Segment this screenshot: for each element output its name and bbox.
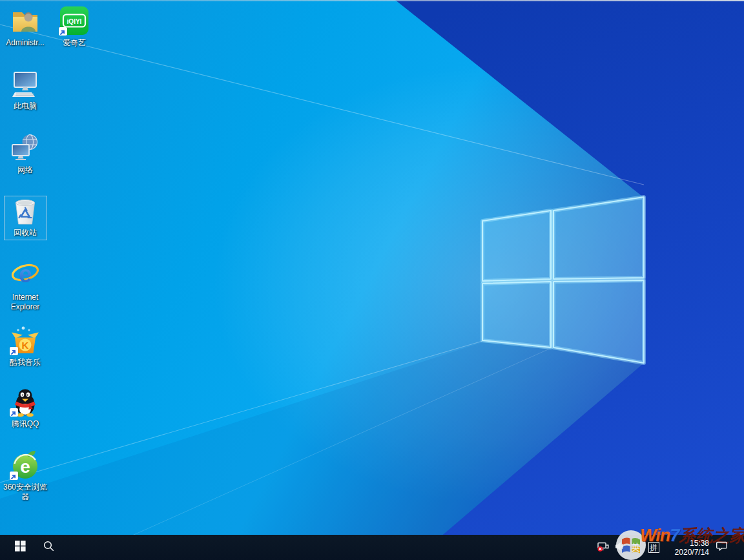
desktop-icon-network[interactable]: 网络 (0, 132, 50, 175)
recycle-bin-icon (10, 195, 41, 226)
network-icon (10, 132, 41, 163)
tray-ime-mode[interactable]: 英 (628, 535, 643, 560)
desktop-icon-this-pc[interactable]: 此电脑 (0, 68, 50, 111)
ime-pinyin-label: 拼 (648, 542, 659, 553)
desktop-icon-internet-explorer[interactable]: e Internet Explorer (0, 260, 50, 312)
start-button[interactable] (5, 535, 35, 560)
internet-explorer-icon: e (10, 260, 41, 291)
desktop-icon-recycle-bin[interactable]: 回收站 (0, 195, 50, 238)
windows-desktop[interactable]: { "desktop": { "icons": [ {"label": "Adm… (0, 0, 744, 560)
desktop-icon-kuwo-music[interactable]: K 酷我音乐 (0, 325, 50, 368)
desktop-icon-label: 酷我音乐 (10, 358, 41, 368)
shortcut-arrow-icon (10, 472, 18, 480)
taskbar-search-button[interactable] (36, 535, 61, 560)
kuwo-music-icon: K (10, 325, 41, 356)
network-disconnected-icon (597, 541, 609, 554)
clock-date: 2020/7/14 (675, 548, 709, 557)
desktop-icon-360-browser[interactable]: e 360安全浏览器 (0, 450, 50, 502)
desktop-icon-label: Internet Explorer (1, 293, 50, 312)
desktop-icon-label: 此电脑 (14, 101, 37, 111)
wallpaper-image (0, 0, 744, 560)
screen-top-edge-line (0, 0, 744, 1)
tray-ime-input-indicator[interactable]: 拼 (645, 535, 662, 560)
action-center-button[interactable] (712, 535, 731, 560)
iqiyi-app-icon: iQIYI (59, 5, 90, 36)
desktop-icon-label: 腾讯QQ (12, 419, 39, 429)
shortcut-arrow-icon (10, 408, 18, 417)
tray-clock[interactable]: 15:38 2020/7/14 (675, 535, 709, 560)
desktop-icon-iqiyi[interactable]: iQIYI 爱奇艺 (49, 5, 99, 48)
windows-start-icon (15, 541, 26, 554)
ie-e-glyph: e (19, 261, 32, 287)
tray-volume[interactable] (612, 535, 628, 560)
shortcut-arrow-icon (10, 347, 18, 355)
this-pc-icon (10, 68, 41, 99)
360-browser-icon: e (10, 450, 41, 481)
qq-penguin-icon (10, 386, 41, 417)
desktop-icon-tencent-qq[interactable]: 腾讯QQ (0, 386, 50, 429)
desktop-icon-label: 爱奇艺 (63, 38, 86, 48)
desktop-icon-label: 360安全浏览器 (1, 482, 50, 502)
search-icon (43, 541, 54, 554)
action-center-icon (716, 541, 728, 554)
iqiyi-logo-text: iQIYI (67, 18, 82, 25)
administrator-folder-icon (10, 5, 41, 36)
360-e-glyph: e (20, 457, 30, 477)
desktop-icon-label: 网络 (17, 165, 33, 175)
shortcut-arrow-icon (59, 27, 67, 36)
desktop-icon-label: Administr... (6, 38, 44, 48)
tray-network-status[interactable] (594, 535, 612, 560)
clock-time: 15:38 (690, 539, 709, 548)
kuwo-k-glyph: K (22, 340, 29, 351)
ime-mode-label: 英 (631, 542, 640, 554)
desktop-icon-administrator[interactable]: Administr... (0, 5, 50, 48)
speaker-icon (615, 541, 625, 554)
